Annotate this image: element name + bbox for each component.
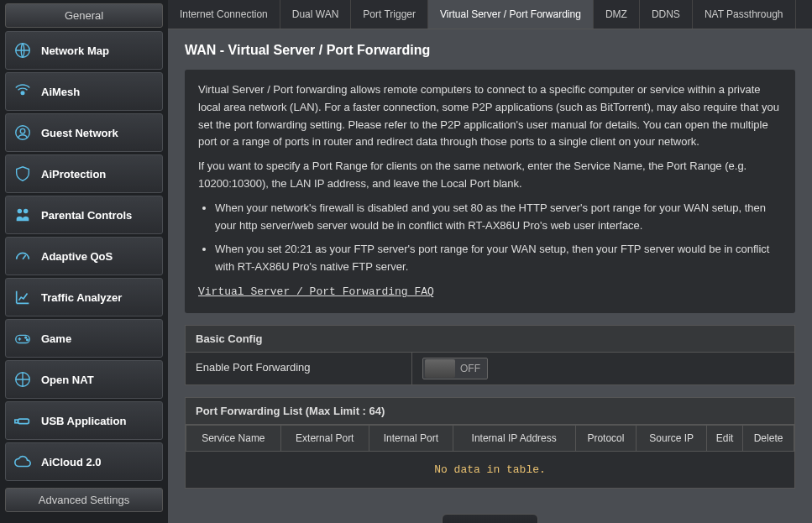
port-forwarding-table: Service Name External Port Internal Port…	[186, 425, 794, 488]
sidebar-item-open-nat[interactable]: Open NAT	[5, 360, 163, 399]
page-title: WAN - Virtual Server / Port Forwarding	[185, 43, 795, 58]
globe-icon	[13, 40, 33, 60]
sidebar-item-usb-application[interactable]: USB Application	[5, 401, 163, 440]
sidebar-item-label: Game	[41, 332, 71, 345]
globe-nat-icon	[13, 369, 33, 390]
chart-icon	[13, 287, 33, 307]
intro-bullet-1: When your network's firewall is disabled…	[215, 200, 782, 235]
content-area: WAN - Virtual Server / Port Forwarding V…	[168, 29, 812, 523]
sidebar-item-label: AiMesh	[41, 86, 80, 98]
sidebar-item-label: Open NAT	[41, 374, 94, 386]
sidebar-item-parental-controls[interactable]: Parental Controls	[5, 196, 163, 234]
tab-ddns[interactable]: DDNS	[640, 0, 693, 29]
tab-nat-passthrough[interactable]: NAT Passthrough	[693, 0, 796, 29]
wifi-node-icon	[13, 81, 33, 102]
svg-point-3	[20, 128, 25, 133]
svg-rect-11	[15, 420, 18, 423]
sidebar-item-label: USB Application	[41, 415, 126, 427]
svg-point-7	[25, 337, 27, 338]
svg-point-1	[21, 92, 24, 95]
svg-point-5	[24, 209, 28, 214]
intro-block: Virtual Server / Port forwarding allows …	[185, 70, 795, 313]
col-external-port: External Port	[280, 425, 369, 451]
sidebar-item-label: Guest Network	[41, 127, 118, 139]
svg-point-8	[27, 339, 29, 341]
sidebar: General Network Map AiMesh Guest Network…	[0, 0, 168, 523]
gauge-icon	[13, 246, 33, 266]
tab-internet-connection[interactable]: Internet Connection	[168, 0, 280, 29]
sidebar-item-game[interactable]: Game	[5, 319, 163, 358]
tab-dual-wan[interactable]: Dual WAN	[280, 0, 352, 29]
basic-config-header: Basic Config	[185, 325, 795, 353]
family-icon	[13, 205, 33, 225]
sidebar-item-label: Parental Controls	[41, 209, 132, 222]
gamepad-icon	[13, 328, 33, 348]
enable-port-forwarding-label: Enable Port Forwarding	[186, 353, 412, 384]
enable-port-forwarding-row: Enable Port Forwarding OFF	[185, 353, 795, 385]
sidebar-item-aiprotection[interactable]: AiProtection	[5, 154, 163, 193]
sidebar-item-network-map[interactable]: Network Map	[5, 31, 163, 70]
shield-icon	[13, 164, 33, 184]
col-delete: Delete	[743, 425, 794, 451]
guest-icon	[13, 123, 33, 143]
basic-config-section: Basic Config Enable Port Forwarding OFF	[185, 325, 795, 385]
svg-rect-10	[18, 419, 29, 424]
port-forwarding-list-section: Port Forwarding List (Max Limit : 64) Se…	[185, 397, 795, 489]
sidebar-item-aicloud[interactable]: AiCloud 2.0	[5, 442, 163, 481]
col-protocol: Protocol	[575, 425, 637, 451]
intro-paragraph-2: If you want to specify a Port Range for …	[198, 158, 782, 193]
list-header: Port Forwarding List (Max Limit : 64)	[185, 397, 795, 425]
tab-port-trigger[interactable]: Port Trigger	[351, 0, 428, 29]
cloud-icon	[13, 452, 33, 472]
main-panel: Internet Connection Dual WAN Port Trigge…	[168, 0, 812, 523]
sidebar-item-guest-network[interactable]: Guest Network	[5, 113, 163, 152]
intro-bullet-2: When you set 20:21 as your FTP server's …	[215, 241, 782, 276]
table-empty-text: No data in table.	[186, 451, 794, 488]
svg-point-4	[18, 209, 22, 214]
col-source-ip: Source IP	[637, 425, 707, 451]
button-row: Add profile	[185, 500, 795, 523]
col-internal-ip: Internal IP Address	[453, 425, 575, 451]
usb-icon	[13, 411, 33, 431]
sidebar-item-label: Adaptive QoS	[41, 250, 113, 263]
sidebar-item-adaptive-qos[interactable]: Adaptive QoS	[5, 237, 163, 275]
sidebar-item-label: Network Map	[41, 44, 109, 57]
faq-link[interactable]: Virtual Server / Port Forwarding FAQ	[198, 285, 434, 298]
sidebar-section-general: General	[5, 3, 163, 28]
intro-paragraph-1: Virtual Server / Port forwarding allows …	[198, 81, 782, 151]
sidebar-item-traffic-analyzer[interactable]: Traffic Analyzer	[5, 278, 163, 316]
toggle-knob	[425, 359, 455, 378]
sidebar-item-label: AiCloud 2.0	[41, 456, 102, 468]
add-profile-button[interactable]: Add profile	[442, 514, 538, 523]
tab-dmz[interactable]: DMZ	[594, 0, 640, 29]
sidebar-item-aimesh[interactable]: AiMesh	[5, 72, 163, 111]
sidebar-section-advanced: Advanced Settings	[5, 488, 163, 512]
col-service-name: Service Name	[186, 425, 281, 451]
col-internal-port: Internal Port	[369, 425, 453, 451]
enable-port-forwarding-toggle[interactable]: OFF	[422, 358, 488, 379]
tab-virtual-server[interactable]: Virtual Server / Port Forwarding	[428, 0, 594, 29]
tab-bar: Internet Connection Dual WAN Port Trigge…	[168, 0, 812, 29]
col-edit: Edit	[707, 425, 743, 451]
toggle-state-label: OFF	[460, 363, 480, 374]
sidebar-item-label: Traffic Analyzer	[41, 291, 122, 304]
sidebar-item-label: AiProtection	[41, 168, 106, 180]
